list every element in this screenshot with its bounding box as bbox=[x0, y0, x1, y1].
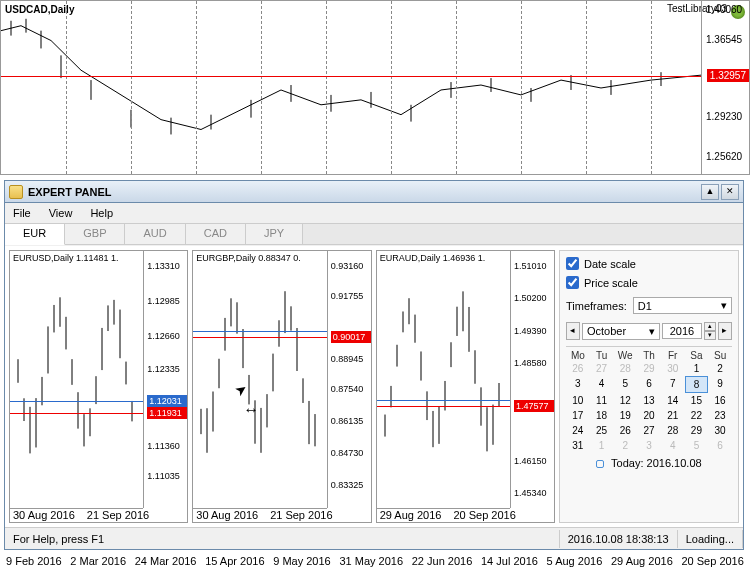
cal-body: 2627282930123456789101112131415161718192… bbox=[566, 361, 732, 453]
cal-day[interactable]: 29 bbox=[685, 423, 709, 438]
cal-day[interactable]: 14 bbox=[661, 393, 685, 408]
cal-day[interactable]: 29 bbox=[637, 361, 661, 376]
bid-line bbox=[10, 401, 143, 402]
cal-day[interactable]: 4 bbox=[661, 438, 685, 453]
cal-day[interactable]: 30 bbox=[661, 361, 685, 376]
cal-day[interactable]: 16 bbox=[708, 393, 732, 408]
cal-day[interactable]: 24 bbox=[566, 423, 590, 438]
year-down-button[interactable]: ▾ bbox=[704, 331, 716, 340]
cal-day[interactable]: 8 bbox=[685, 376, 709, 393]
menu-help[interactable]: Help bbox=[90, 207, 113, 219]
cal-day[interactable]: 4 bbox=[590, 376, 614, 393]
mini-chart-eurgbp[interactable]: EURGBP,Daily 0.88347 0. 0.931600.917550.… bbox=[192, 250, 371, 523]
cal-today-link[interactable]: Today: 2016.10.08 bbox=[566, 457, 732, 469]
cal-day[interactable]: 27 bbox=[637, 423, 661, 438]
tab-aud[interactable]: AUD bbox=[125, 224, 185, 244]
cal-day[interactable]: 7 bbox=[661, 376, 685, 393]
x-tick: 24 Mar 2016 bbox=[135, 555, 197, 575]
cal-day[interactable]: 25 bbox=[590, 423, 614, 438]
x-tick: 30 Aug 2016 bbox=[13, 509, 75, 521]
cal-day[interactable]: 3 bbox=[566, 376, 590, 393]
cal-day[interactable]: 17 bbox=[566, 408, 590, 423]
cal-day[interactable]: 1 bbox=[590, 438, 614, 453]
vgrid-line bbox=[326, 1, 327, 174]
cal-prev-button[interactable]: ◂ bbox=[566, 322, 580, 340]
y-tick: 0.93160 bbox=[331, 261, 364, 271]
mini-chart-euraud[interactable]: EURAUD,Daily 1.46936 1. 1.510101.502001.… bbox=[376, 250, 555, 523]
cal-weekday: Th bbox=[637, 350, 661, 361]
mini-chart-title: EURUSD,Daily 1.11481 1. bbox=[13, 253, 119, 263]
x-tick: 31 May 2016 bbox=[339, 555, 403, 575]
tab-gbp[interactable]: GBP bbox=[65, 224, 125, 244]
cal-day[interactable]: 26 bbox=[566, 361, 590, 376]
cal-day[interactable]: 9 bbox=[708, 376, 732, 393]
timeframe-select[interactable]: D1 ▾ bbox=[633, 297, 732, 314]
current-price-line bbox=[1, 76, 701, 77]
mini-chart-eurusd[interactable]: EURUSD,Daily 1.11481 1. 1.133101.129851.… bbox=[9, 250, 188, 523]
price-scale-checkbox[interactable] bbox=[566, 276, 579, 289]
cal-day[interactable]: 1 bbox=[685, 361, 709, 376]
x-tick: 5 Aug 2016 bbox=[547, 555, 603, 575]
cal-day[interactable]: 11 bbox=[590, 393, 614, 408]
cal-month-label: October bbox=[587, 325, 626, 337]
cal-day[interactable]: 15 bbox=[685, 393, 709, 408]
ask-line bbox=[377, 406, 510, 407]
date-scale-checkbox[interactable] bbox=[566, 257, 579, 270]
cal-day[interactable]: 30 bbox=[708, 423, 732, 438]
x-tick: 14 Jul 2016 bbox=[481, 555, 538, 575]
price-scale-check[interactable]: Price scale bbox=[566, 276, 732, 289]
cal-day[interactable]: 2 bbox=[708, 361, 732, 376]
panel-titlebar[interactable]: EXPERT PANEL ▲ ✕ bbox=[5, 181, 743, 203]
x-tick: 21 Sep 2016 bbox=[87, 509, 149, 521]
cal-day[interactable]: 6 bbox=[708, 438, 732, 453]
cal-day[interactable]: 21 bbox=[661, 408, 685, 423]
cal-day[interactable]: 3 bbox=[637, 438, 661, 453]
expert-panel-window: EXPERT PANEL ▲ ✕ File View Help EURGBPAU… bbox=[4, 180, 744, 550]
cal-day[interactable]: 2 bbox=[613, 438, 637, 453]
cal-day[interactable]: 19 bbox=[613, 408, 637, 423]
y-tick: 1.25620 bbox=[706, 151, 742, 162]
cal-weekday: Su bbox=[708, 350, 732, 361]
cal-day[interactable]: 13 bbox=[637, 393, 661, 408]
y-tick: 0.91755 bbox=[331, 291, 364, 301]
collapse-button[interactable]: ▲ bbox=[701, 184, 719, 200]
cal-day[interactable]: 28 bbox=[613, 361, 637, 376]
x-tick: 22 Jun 2016 bbox=[412, 555, 473, 575]
mini-chart-title: EURGBP,Daily 0.88347 0. bbox=[196, 253, 300, 263]
x-tick: 29 Aug 2016 bbox=[611, 555, 673, 575]
y-tick: 1.12660 bbox=[147, 331, 180, 341]
ask-badge: 0.90017 bbox=[331, 331, 371, 343]
x-tick: 9 Feb 2016 bbox=[6, 555, 62, 575]
tab-eur[interactable]: EUR bbox=[5, 224, 65, 245]
cal-day[interactable]: 12 bbox=[613, 393, 637, 408]
year-up-button[interactable]: ▴ bbox=[704, 322, 716, 331]
menu-file[interactable]: File bbox=[13, 207, 31, 219]
tab-jpy[interactable]: JPY bbox=[246, 224, 303, 244]
mini-xaxis: 30 Aug 201621 Sep 2016 bbox=[193, 508, 326, 522]
date-scale-label: Date scale bbox=[584, 258, 636, 270]
y-tick: 0.86135 bbox=[331, 416, 364, 426]
cal-day[interactable]: 5 bbox=[613, 376, 637, 393]
cal-day[interactable]: 10 bbox=[566, 393, 590, 408]
main-yaxis: 1.32957 1.400601.365451.292301.25620 bbox=[701, 1, 749, 174]
cal-day[interactable]: 23 bbox=[708, 408, 732, 423]
cal-day[interactable]: 20 bbox=[637, 408, 661, 423]
cal-day[interactable]: 5 bbox=[685, 438, 709, 453]
cal-day[interactable]: 28 bbox=[661, 423, 685, 438]
tab-cad[interactable]: CAD bbox=[186, 224, 246, 244]
cal-day[interactable]: 6 bbox=[637, 376, 661, 393]
menu-view[interactable]: View bbox=[49, 207, 73, 219]
y-tick: 1.11035 bbox=[147, 471, 180, 481]
cal-day[interactable]: 27 bbox=[590, 361, 614, 376]
cal-day[interactable]: 22 bbox=[685, 408, 709, 423]
cal-month-select[interactable]: October ▾ bbox=[582, 323, 660, 340]
main-candle-area[interactable] bbox=[1, 1, 701, 174]
main-chart[interactable]: USDCAD,Daily TestLibrary03 1.32957 1.400… bbox=[0, 0, 750, 175]
cal-day[interactable]: 18 bbox=[590, 408, 614, 423]
cal-day[interactable]: 26 bbox=[613, 423, 637, 438]
date-scale-check[interactable]: Date scale bbox=[566, 257, 732, 270]
cal-year-input[interactable]: 2016 bbox=[662, 323, 702, 339]
close-button[interactable]: ✕ bbox=[721, 184, 739, 200]
cal-next-button[interactable]: ▸ bbox=[718, 322, 732, 340]
cal-day[interactable]: 31 bbox=[566, 438, 590, 453]
